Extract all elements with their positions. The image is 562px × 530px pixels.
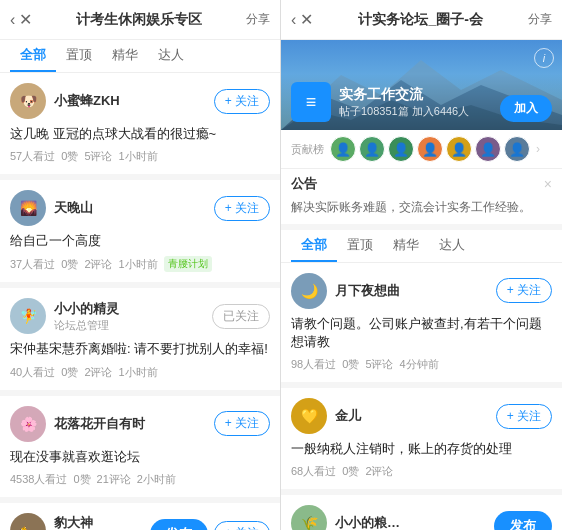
- left-follow-btn-1[interactable]: + 关注: [214, 89, 270, 114]
- right-username-3: 小小的粮…: [335, 514, 400, 530]
- right-panel: ‹ ✕ 计实务论坛_圈子-会 分享 i: [281, 0, 562, 530]
- left-post-title-4[interactable]: 现在没事就喜欢逛论坛: [10, 448, 270, 466]
- right-tab-all[interactable]: 全部: [291, 230, 337, 262]
- left-time-4: 2小时前: [137, 472, 176, 487]
- left-views-4: 4538人看过: [10, 472, 67, 487]
- right-post-title-2[interactable]: 一般纳税人注销时，账上的存货的处理: [291, 440, 552, 458]
- right-post-1-header: 🌙 月下夜想曲 + 关注: [291, 273, 552, 309]
- contrib-avatar-4: 👤: [417, 136, 443, 162]
- left-comments-1: 5评论: [84, 149, 112, 164]
- right-comments-2: 2评论: [365, 464, 393, 479]
- notice-section: 公告 × 解决实际账务难题，交流会计实务工作经验。: [281, 169, 562, 230]
- contrib-avatar-5: 👤: [446, 136, 472, 162]
- left-avatar-3: 🧚: [10, 298, 46, 334]
- left-avatar-2: 🌄: [10, 190, 46, 226]
- notice-text: 解决实际账务难题，交流会计实务工作经验。: [291, 200, 531, 214]
- left-user-1: 🐶 小蜜蜂ZKH: [10, 83, 120, 119]
- right-share-button[interactable]: 分享: [528, 11, 552, 28]
- left-username-3: 小小的精灵: [54, 300, 119, 318]
- left-comments-4: 21评论: [97, 472, 131, 487]
- left-tab-top[interactable]: 置顶: [56, 40, 102, 72]
- right-post-meta-1: 98人看过 0赞 5评论 4分钟前: [291, 357, 552, 372]
- left-publish-button[interactable]: 发布: [150, 519, 208, 530]
- left-likes-2: 0赞: [61, 257, 78, 272]
- left-comments-3: 2评论: [84, 365, 112, 380]
- contrib-avatar-1: 👤: [330, 136, 356, 162]
- right-post-3: 🌾 小小的粮… 发布: [281, 495, 562, 530]
- left-post-3-header: 🧚 小小的精灵 论坛总管理 已关注: [10, 298, 270, 334]
- right-avatar-3: 🌾: [291, 505, 327, 530]
- right-post-list: 🌙 月下夜想曲 + 关注 请教个问题。公司账户被查封,有若干个问题想请教 98人…: [281, 263, 562, 530]
- left-post-4: 🌸 花落花开自有时 + 关注 现在没事就喜欢逛论坛 4538人看过 0赞 21评…: [0, 396, 280, 497]
- notice-close-icon[interactable]: ×: [544, 176, 552, 192]
- left-time-1: 1小时前: [119, 149, 158, 164]
- left-close-icon[interactable]: ✕: [19, 10, 32, 29]
- group-banner-overlay: ≡ 实务工作交流 帖子108351篇 加入6446人 加入: [281, 74, 562, 130]
- right-views-2: 68人看过: [291, 464, 336, 479]
- left-username-4: 花落花开自有时: [54, 415, 145, 433]
- contrib-avatars: 👤 👤 👤 👤 👤 👤 👤: [330, 136, 530, 162]
- right-nav-tabs: 全部 置顶 精华 达人: [281, 230, 562, 263]
- left-back-icon[interactable]: ‹: [10, 11, 15, 29]
- left-post-4-header: 🌸 花落花开自有时 + 关注: [10, 406, 270, 442]
- right-views-1: 98人看过: [291, 357, 336, 372]
- left-post-meta-3: 40人看过 0赞 2评论 1小时前: [10, 365, 270, 380]
- left-avatar-1: 🐶: [10, 83, 46, 119]
- right-follow-btn-2[interactable]: + 关注: [496, 404, 552, 429]
- left-nav-tabs: 全部 置顶 精华 达人: [0, 40, 280, 73]
- left-share-button[interactable]: 分享: [246, 11, 270, 28]
- left-tab-all[interactable]: 全部: [10, 40, 56, 72]
- right-post-3-inner: 🌾 小小的粮…: [291, 505, 494, 530]
- left-tab-elite[interactable]: 精华: [102, 40, 148, 72]
- left-post-meta-4: 4538人看过 0赞 21评论 2小时前: [10, 472, 270, 487]
- left-avatar-5: 🐆: [10, 513, 46, 530]
- left-views-1: 57人看过: [10, 149, 55, 164]
- group-join-button[interactable]: 加入: [500, 95, 552, 122]
- contrib-avatar-7: 👤: [504, 136, 530, 162]
- left-views-2: 37人看过: [10, 257, 55, 272]
- left-usersub-3: 论坛总管理: [54, 318, 119, 333]
- left-time-2: 1小时前: [119, 257, 158, 272]
- right-publish-button[interactable]: 发布: [494, 511, 552, 530]
- left-likes-3: 0赞: [61, 365, 78, 380]
- right-tab-expert[interactable]: 达人: [429, 230, 475, 262]
- right-back-icon[interactable]: ‹: [291, 11, 296, 29]
- right-tab-elite[interactable]: 精华: [383, 230, 429, 262]
- right-close-icon[interactable]: ✕: [300, 10, 313, 29]
- left-post-5-header: 🐆 豹大神 论坛总管理: [10, 513, 150, 530]
- left-user-3: 🧚 小小的精灵 论坛总管理: [10, 298, 119, 334]
- left-follow-btn-4[interactable]: + 关注: [214, 411, 270, 436]
- contrib-section: 贡献榜 👤 👤 👤 👤 👤 👤 👤 ›: [281, 130, 562, 169]
- right-post-title-1[interactable]: 请教个问题。公司账户被查封,有若干个问题想请教: [291, 315, 552, 351]
- left-post-meta-1: 57人看过 0赞 5评论 1小时前: [10, 149, 270, 164]
- left-follow-btn-5[interactable]: + 关注: [214, 521, 270, 530]
- right-user-3: 🌾 小小的粮…: [291, 505, 400, 530]
- right-follow-btn-1[interactable]: + 关注: [496, 278, 552, 303]
- left-likes-1: 0赞: [61, 149, 78, 164]
- left-post-title-3[interactable]: 宋仲基宋慧乔离婚啦: 请不要打扰别人的幸福!: [10, 340, 270, 358]
- contrib-label: 贡献榜: [291, 142, 324, 157]
- contrib-avatar-2: 👤: [359, 136, 385, 162]
- contrib-avatar-6: 👤: [475, 136, 501, 162]
- contrib-chevron-icon[interactable]: ›: [536, 142, 540, 156]
- left-post-title-2[interactable]: 给自己一个高度: [10, 232, 270, 250]
- left-post-5: 🐆 豹大神 论坛总管理 发布 + 关注: [0, 503, 280, 530]
- group-name: 实务工作交流: [339, 86, 469, 104]
- left-views-3: 40人看过: [10, 365, 55, 380]
- notice-title: 公告: [291, 175, 317, 193]
- left-tab-expert[interactable]: 达人: [148, 40, 194, 72]
- left-follow-btn-3[interactable]: 已关注: [212, 304, 270, 329]
- right-post-meta-2: 68人看过 0赞 2评论: [291, 464, 552, 479]
- right-tab-top[interactable]: 置顶: [337, 230, 383, 262]
- left-username-5: 豹大神: [54, 514, 109, 530]
- left-post-meta-2: 37人看过 0赞 2评论 1小时前 青腰计划: [10, 256, 270, 272]
- group-banner: i ≡ 实务工作交流 帖子108351篇 加入6446人 加入: [281, 40, 562, 130]
- left-header: ‹ ✕ 计考生休闲娱乐专区 分享: [0, 0, 280, 40]
- left-post-title-1[interactable]: 这几晚 亚冠的点球大战看的很过瘾~: [10, 125, 270, 143]
- left-likes-4: 0赞: [73, 472, 90, 487]
- left-post-list: 🐶 小蜜蜂ZKH + 关注 这几晚 亚冠的点球大战看的很过瘾~ 57人看过 0赞…: [0, 73, 280, 530]
- right-post-1: 🌙 月下夜想曲 + 关注 请教个问题。公司账户被查封,有若干个问题想请教 98人…: [281, 263, 562, 382]
- left-follow-btn-2[interactable]: + 关注: [214, 196, 270, 221]
- right-post-2-header: 💛 金儿 + 关注: [291, 398, 552, 434]
- group-info-icon[interactable]: i: [534, 48, 554, 68]
